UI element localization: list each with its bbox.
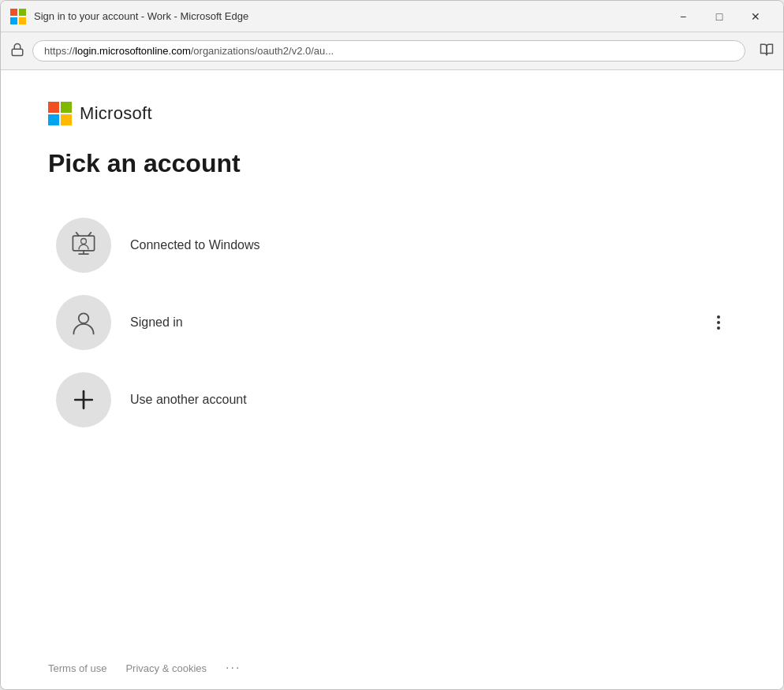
browser-window: Sign in to your account - Work - Microso… bbox=[0, 0, 784, 690]
window-title: Sign in to your account - Work - Microso… bbox=[34, 10, 665, 22]
svg-rect-3 bbox=[19, 17, 26, 24]
svg-rect-0 bbox=[10, 9, 17, 16]
page-content: Microsoft Pick an account bbox=[1, 70, 783, 689]
ms-square-red bbox=[48, 102, 59, 113]
avatar-signed-in bbox=[56, 295, 111, 350]
account-item-signed-in[interactable]: Signed in bbox=[48, 284, 736, 361]
url-prefix: https:// bbox=[44, 45, 75, 57]
reader-mode-icon[interactable] bbox=[760, 43, 774, 60]
svg-rect-4 bbox=[12, 49, 23, 55]
avatar-connected-windows bbox=[56, 218, 111, 273]
ms-square-blue bbox=[48, 114, 59, 125]
title-bar: Sign in to your account - Work - Microso… bbox=[1, 1, 783, 32]
microsoft-name: Microsoft bbox=[80, 103, 152, 124]
url-input[interactable]: https://login.microsoftonline.com/organi… bbox=[32, 40, 745, 62]
maximize-button[interactable]: □ bbox=[701, 4, 737, 29]
more-options-icon[interactable] bbox=[717, 315, 720, 330]
address-bar: https://login.microsoftonline.com/organi… bbox=[1, 32, 783, 70]
window-controls: − □ ✕ bbox=[665, 4, 774, 29]
svg-point-8 bbox=[81, 239, 87, 244]
minimize-button[interactable]: − bbox=[665, 4, 701, 29]
account-label-use-another: Use another account bbox=[130, 393, 247, 407]
close-button[interactable]: ✕ bbox=[737, 4, 774, 29]
dot-3 bbox=[717, 326, 720, 330]
page-heading: Pick an account bbox=[48, 149, 736, 178]
url-domain: login.microsoftonline.com bbox=[75, 45, 191, 57]
account-label-signed-in: Signed in bbox=[130, 315, 183, 330]
dot-2 bbox=[717, 321, 720, 324]
windows-logo bbox=[10, 9, 26, 24]
dot-1 bbox=[717, 315, 720, 319]
microsoft-logo: Microsoft bbox=[48, 102, 736, 125]
page-footer: Terms of use Privacy & cookies ··· bbox=[1, 647, 783, 689]
avatar-use-another bbox=[56, 372, 111, 427]
svg-point-11 bbox=[79, 313, 89, 323]
account-label-connected-windows: Connected to Windows bbox=[130, 238, 260, 252]
ms-square-green bbox=[61, 102, 72, 113]
account-list: Connected to Windows Signed in bbox=[48, 207, 736, 438]
svg-rect-1 bbox=[19, 9, 26, 16]
footer-more-options[interactable]: ··· bbox=[226, 661, 241, 675]
terms-of-use-link[interactable]: Terms of use bbox=[48, 662, 106, 674]
account-item-connected-windows[interactable]: Connected to Windows bbox=[48, 207, 736, 284]
privacy-cookies-link[interactable]: Privacy & cookies bbox=[125, 662, 207, 674]
url-path: /organizations/oauth2/v2.0/au... bbox=[191, 45, 334, 57]
ms-squares-icon bbox=[48, 102, 72, 125]
ms-square-yellow bbox=[61, 114, 72, 125]
lock-icon bbox=[10, 43, 24, 60]
account-item-use-another[interactable]: Use another account bbox=[48, 361, 736, 438]
svg-rect-2 bbox=[10, 17, 17, 24]
